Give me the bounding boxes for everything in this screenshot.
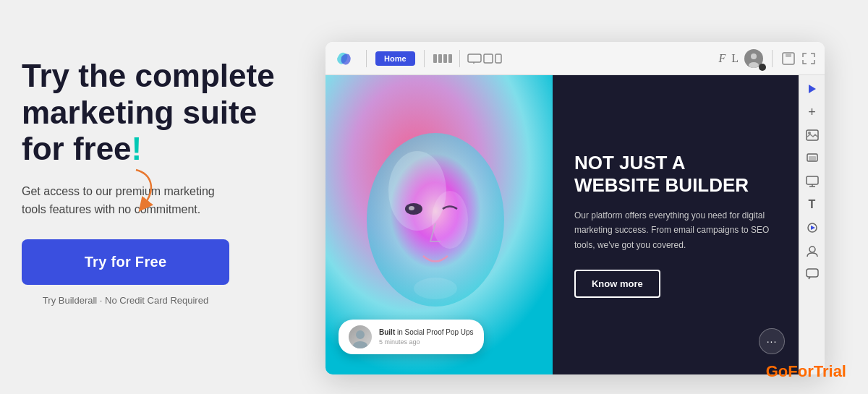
svg-rect-8 xyxy=(786,53,791,57)
svg-rect-28 xyxy=(807,269,818,277)
svg-rect-21 xyxy=(809,156,816,160)
svg-rect-3 xyxy=(484,54,493,63)
hero-headline: Try the complete marketing suite for fre… xyxy=(22,58,282,168)
svg-point-15 xyxy=(414,278,457,299)
svg-point-17 xyxy=(353,341,367,348)
sidebar-add-icon[interactable]: + xyxy=(806,106,819,119)
social-avatar-icon xyxy=(349,325,372,348)
social-proof-popup: Built in Social Proof Pop Ups 5 minutes … xyxy=(339,320,484,354)
sidebar-play-icon[interactable] xyxy=(806,82,819,95)
svg-point-16 xyxy=(356,330,365,339)
svg-point-6 xyxy=(749,62,759,68)
site-body-text: Our platform offers everything you need … xyxy=(574,208,777,252)
know-more-button[interactable]: Know more xyxy=(574,270,660,298)
arrow-icon xyxy=(122,166,165,217)
toolbar-divider-2 xyxy=(424,50,425,67)
sidebar-user-icon[interactable] xyxy=(806,244,819,257)
site-dark-content: NOT JUST A WEBSITE BUILDER Our platform … xyxy=(553,75,799,374)
cursor-indicator xyxy=(759,64,766,71)
toolbar-divider-4 xyxy=(772,50,773,67)
save-icon xyxy=(781,52,796,65)
try-for-free-button[interactable]: Try for Free xyxy=(22,239,229,285)
svg-rect-1 xyxy=(468,54,481,62)
desktop-icon xyxy=(467,53,482,64)
sidebar-chat-icon[interactable] xyxy=(806,267,819,280)
svg-rect-4 xyxy=(495,54,501,63)
layout-icon: L xyxy=(731,52,739,65)
editor-sidebar: + T xyxy=(799,75,825,374)
toolbar-divider-3 xyxy=(459,50,460,67)
browser-mockup: Home F L xyxy=(326,42,825,374)
website-main: Built in Social Proof Pop Ups 5 minutes … xyxy=(326,75,799,374)
svg-point-14 xyxy=(409,206,414,210)
disclaimer-text: Try Builderall · No Credit Card Required xyxy=(22,295,229,306)
svg-point-27 xyxy=(809,247,815,252)
tablet-icon xyxy=(483,53,493,64)
toolbar-divider-1 xyxy=(366,50,367,67)
site-hero-image: Built in Social Proof Pop Ups 5 minutes … xyxy=(326,75,553,374)
sidebar-video-icon[interactable] xyxy=(806,221,819,234)
svg-point-12 xyxy=(432,191,468,249)
toolbar-right-icons: F L xyxy=(718,49,816,68)
user-avatar-icon xyxy=(744,49,763,68)
sidebar-text-icon[interactable]: T xyxy=(806,198,819,211)
toolbar-home-button[interactable]: Home xyxy=(375,51,415,66)
chat-bubble-icon[interactable]: ··· xyxy=(759,328,785,354)
svg-point-5 xyxy=(751,53,757,59)
mobile-icon xyxy=(495,53,502,64)
svg-rect-22 xyxy=(807,176,818,184)
site-main-heading: NOT JUST A WEBSITE BUILDER xyxy=(574,152,777,197)
sidebar-image-icon[interactable] xyxy=(806,129,819,142)
sidebar-layers-icon[interactable] xyxy=(806,152,819,165)
font-icon: F xyxy=(718,52,726,65)
toolbar-layout-icons xyxy=(433,50,502,67)
website-content: Built in Social Proof Pop Ups 5 minutes … xyxy=(326,75,825,374)
expand-icon xyxy=(801,52,816,65)
browser-toolbar: Home F L xyxy=(326,42,825,75)
svg-marker-26 xyxy=(811,226,815,230)
brand-logo: GoForTrial xyxy=(766,362,846,381)
builderall-logo-icon xyxy=(334,48,354,69)
user-icon-container xyxy=(744,49,763,68)
sidebar-monitor-icon[interactable] xyxy=(806,175,819,188)
social-proof-text: Built in Social Proof Pop Ups 5 minutes … xyxy=(379,327,474,348)
